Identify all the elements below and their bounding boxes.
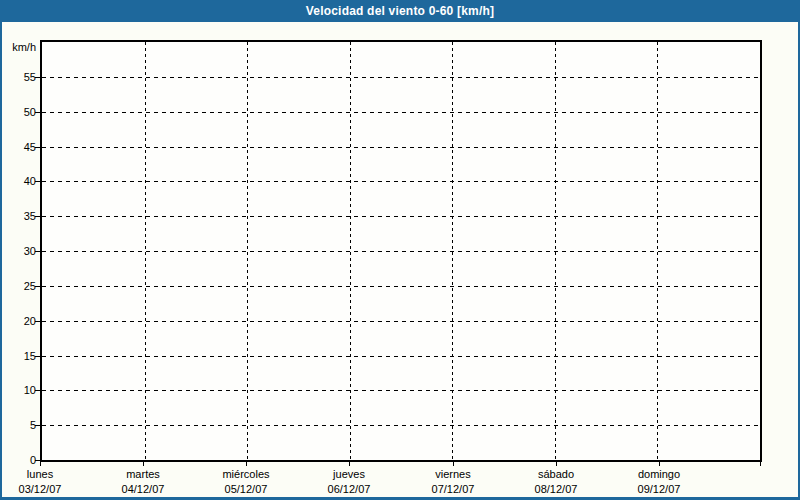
- gridline-horizontal: [42, 425, 760, 426]
- y-tick-mark: [35, 77, 40, 78]
- y-tick-label: 40: [0, 174, 36, 188]
- x-axis-date: 07/12/07: [401, 482, 505, 497]
- x-axis-label: jueves06/12/07: [297, 467, 401, 497]
- title-bar: Velocidad del viento 0-60 [km/h]: [0, 0, 800, 22]
- y-tick-mark: [35, 356, 40, 357]
- y-tick-mark: [35, 181, 40, 182]
- y-tick-mark: [35, 390, 40, 391]
- y-tick-label: 20: [0, 314, 36, 328]
- chart-window: Velocidad del viento 0-60 [km/h] km/h 05…: [0, 0, 800, 500]
- x-axis-date: 08/12/07: [504, 482, 608, 497]
- y-tick-label: 10: [0, 383, 36, 397]
- x-tick-mark: [246, 462, 247, 466]
- gridline-vertical: [247, 42, 248, 460]
- gridline-horizontal: [42, 321, 760, 322]
- y-tick-label: 15: [0, 349, 36, 363]
- x-axis-date: 09/12/07: [607, 482, 711, 497]
- plot-area: [40, 40, 762, 462]
- x-axis-label: lunes03/12/07: [0, 467, 92, 497]
- chart-title: Velocidad del viento 0-60 [km/h]: [306, 4, 494, 18]
- y-axis-unit-label: km/h: [0, 40, 36, 54]
- gridline-vertical: [350, 42, 351, 460]
- x-tick-mark: [659, 462, 660, 466]
- x-axis-day-name: lunes: [0, 467, 92, 482]
- x-tick-mark: [143, 462, 144, 466]
- x-tick-mark: [556, 462, 557, 466]
- gridline-horizontal: [42, 147, 760, 148]
- y-tick-mark: [35, 147, 40, 148]
- x-axis-day-name: domingo: [607, 467, 711, 482]
- y-tick-label: 25: [0, 279, 36, 293]
- y-tick-mark: [35, 460, 40, 461]
- y-tick-label: 55: [0, 70, 36, 84]
- x-axis-day-name: jueves: [297, 467, 401, 482]
- x-axis-label: viernes07/12/07: [401, 467, 505, 497]
- gridline-horizontal: [42, 286, 760, 287]
- x-axis-date: 04/12/07: [91, 482, 195, 497]
- x-tick-mark: [453, 462, 454, 466]
- gridline-vertical: [452, 42, 453, 460]
- x-axis-day-name: miércoles: [194, 467, 298, 482]
- gridline-horizontal: [42, 181, 760, 182]
- y-tick-label: 35: [0, 209, 36, 223]
- x-axis-day-name: viernes: [401, 467, 505, 482]
- y-tick-label: 45: [0, 140, 36, 154]
- y-tick-mark: [35, 251, 40, 252]
- x-tick-mark: [760, 462, 761, 466]
- gridline-horizontal: [42, 251, 760, 252]
- x-axis-label: domingo09/12/07: [607, 467, 711, 497]
- x-axis-date: 03/12/07: [0, 482, 92, 497]
- gridline-horizontal: [42, 390, 760, 391]
- x-axis-label: martes04/12/07: [91, 467, 195, 497]
- x-axis-day-name: martes: [91, 467, 195, 482]
- y-tick-label: 30: [0, 244, 36, 258]
- gridline-horizontal: [42, 77, 760, 78]
- x-tick-mark: [40, 462, 41, 466]
- gridline-vertical: [555, 42, 556, 460]
- x-axis-day-name: sábado: [504, 467, 608, 482]
- x-axis-label: sábado08/12/07: [504, 467, 608, 497]
- x-axis-label: miércoles05/12/07: [194, 467, 298, 497]
- y-tick-mark: [35, 112, 40, 113]
- y-tick-label: 0: [0, 453, 36, 467]
- y-tick-label: 5: [0, 418, 36, 432]
- x-tick-mark: [349, 462, 350, 466]
- x-axis-date: 06/12/07: [297, 482, 401, 497]
- y-tick-mark: [35, 321, 40, 322]
- y-tick-mark: [35, 216, 40, 217]
- gridline-vertical: [145, 42, 146, 460]
- y-tick-mark: [35, 286, 40, 287]
- gridline-vertical: [657, 42, 658, 460]
- y-tick-mark: [35, 425, 40, 426]
- gridline-horizontal: [42, 356, 760, 357]
- gridline-horizontal: [42, 112, 760, 113]
- x-axis-date: 05/12/07: [194, 482, 298, 497]
- gridline-horizontal: [42, 216, 760, 217]
- y-tick-label: 50: [0, 105, 36, 119]
